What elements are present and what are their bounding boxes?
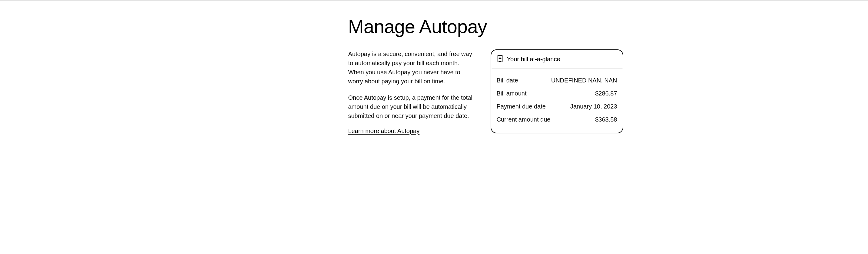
content-row: Autopay is a secure, convenient, and fre… [348, 49, 520, 135]
bill-date-row: Bill date UNDEFINED NAN, NAN [497, 74, 617, 87]
bill-card-body: Bill date UNDEFINED NAN, NAN Bill amount… [491, 68, 623, 133]
bill-card-title: Your bill at-a-glance [507, 56, 560, 63]
payment-due-date-row: Payment due date January 10, 2023 [497, 100, 617, 113]
learn-more-link[interactable]: Learn more about Autopay [348, 128, 420, 134]
bill-card-header: Your bill at-a-glance [491, 50, 623, 68]
current-amount-due-label: Current amount due [497, 116, 551, 123]
payment-due-date-value: January 10, 2023 [570, 103, 617, 110]
bill-summary-card: Your bill at-a-glance Bill date UNDEFINE… [491, 49, 623, 133]
current-amount-due-row: Current amount due $363.58 [497, 113, 617, 126]
bill-amount-value: $286.87 [595, 90, 617, 97]
autopay-description: Autopay is a secure, convenient, and fre… [348, 49, 475, 135]
bill-date-label: Bill date [497, 77, 518, 84]
intro-paragraph-1: Autopay is a secure, convenient, and fre… [348, 49, 475, 86]
receipt-icon [497, 55, 503, 63]
intro-paragraph-2: Once Autopay is setup, a payment for the… [348, 93, 475, 120]
bill-amount-row: Bill amount $286.87 [497, 87, 617, 100]
page-title: Manage Autopay [348, 16, 520, 37]
bill-date-value: UNDEFINED NAN, NAN [551, 77, 617, 84]
payment-due-date-label: Payment due date [497, 103, 546, 110]
bill-amount-label: Bill amount [497, 90, 527, 97]
current-amount-due-value: $363.58 [595, 116, 617, 123]
